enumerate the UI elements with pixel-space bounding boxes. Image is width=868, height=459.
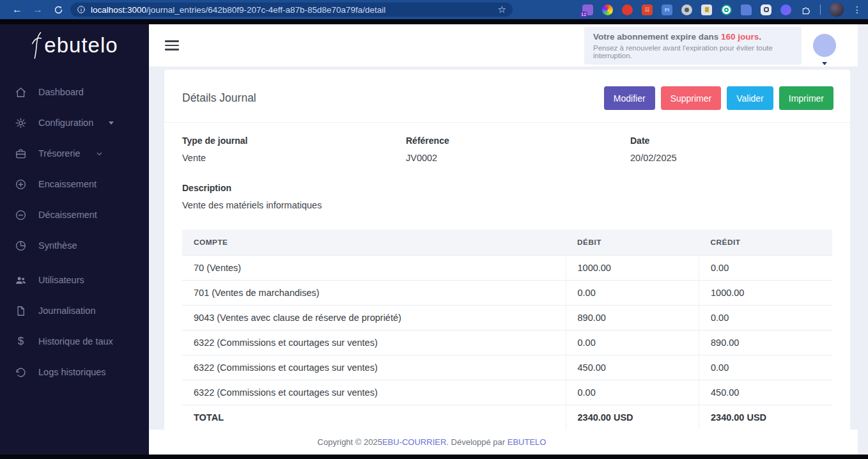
table-row: 9043 (Ventes avec clause de réserve de p… (182, 306, 832, 331)
sidebar-item-label: Encaissement (38, 179, 97, 189)
cell-compte: 6322 (Commissions et courtages sur vente… (182, 331, 566, 355)
cell-debit: 0.00 (566, 281, 699, 306)
briefcase-icon (15, 148, 27, 160)
field-value: Vente (182, 153, 406, 163)
ext-target-icon[interactable] (721, 4, 732, 15)
url-text[interactable]: localhost:3000/journal_entries/642b80f9-… (91, 5, 493, 15)
table-row: 70 (Ventes)1000.000.00 (182, 256, 832, 281)
field-label: Type de journal (182, 136, 406, 146)
sidebar-item-label: Trésorerie (38, 148, 81, 159)
total-debit: 2340.00 USD (566, 405, 699, 430)
sidebar-item-decaissement[interactable]: Décaissement (0, 199, 149, 230)
sidebar-item-historique-de-taux[interactable]: $Historique de taux (0, 326, 149, 357)
menu-toggle-icon[interactable] (165, 40, 179, 51)
column-header-credit: CRÉDIT (699, 230, 833, 256)
footer: Copyright © 2025 EBU-COURRIER . Développ… (149, 430, 868, 455)
ext-colorwheel-icon[interactable] (602, 4, 613, 15)
browser-refresh-icon[interactable] (50, 2, 66, 17)
cell-compte: 6322 (Commissions et courtages sur vente… (182, 380, 566, 405)
field-label: Date (630, 136, 832, 146)
field-date: Date 20/02/2025 (630, 136, 832, 163)
users-icon (15, 274, 27, 286)
sidebar-item-dashboard[interactable]: Dashboard (0, 77, 149, 107)
screen-bottom-edge (0, 455, 868, 459)
address-bar[interactable]: localhost:3000/journal_entries/642b80f9-… (70, 3, 513, 17)
ext-camera-icon[interactable] (681, 4, 692, 15)
total-credit: 2340.00 USD (699, 405, 833, 430)
sidebar-item-label: Utilisateurs (38, 275, 84, 285)
cell-debit: 0.00 (566, 331, 699, 355)
sidebar: ebutelo DashboardConfigurationTrésorerie… (0, 24, 149, 455)
table-row: 6322 (Commissions et courtages sur vente… (182, 331, 832, 355)
window-divider (0, 19, 868, 24)
sidebar-item-encaissement[interactable]: Encaissement (0, 169, 149, 199)
browser-back-icon[interactable]: ← (9, 2, 26, 17)
browser-forward-icon[interactable]: → (29, 2, 46, 17)
print-button[interactable]: Imprimer (779, 86, 833, 110)
sidebar-item-journalisation[interactable]: Journalisation (0, 295, 149, 326)
pie-chart-icon (15, 240, 27, 252)
footer-link-ebutelo[interactable]: EBUTELO (508, 437, 546, 447)
user-avatar[interactable] (813, 34, 836, 57)
cell-compte: 9043 (Ventes avec clause de réserve de p… (182, 306, 566, 331)
field-description: Description Vente des matériels informat… (164, 163, 850, 210)
profile-avatar-icon[interactable] (830, 3, 844, 17)
total-label: TOTAL (182, 405, 566, 430)
validate-button[interactable]: Valider (727, 86, 773, 110)
sidebar-item-configuration[interactable]: Configuration (0, 107, 149, 138)
scrollbar-gutter[interactable] (858, 24, 868, 455)
action-buttons: Modifier Supprimer Valider Imprimer (604, 86, 833, 110)
toolbar-separator (820, 4, 821, 15)
extensions-puzzle-icon[interactable] (800, 4, 811, 15)
entries-table: COMPTE DÉBIT CRÉDIT 70 (Ventes)1000.000.… (182, 230, 832, 430)
table-header-row: COMPTE DÉBIT CRÉDIT (182, 230, 832, 256)
logo-container[interactable]: ebutelo (0, 24, 149, 66)
field-value: JV0002 (406, 153, 630, 163)
modify-button[interactable]: Modifier (604, 86, 655, 110)
sidebar-item-label: Dashboard (38, 87, 84, 97)
footer-link-ebu-courrier[interactable]: EBU-COURRIER (382, 437, 446, 447)
cell-credit: 0.00 (699, 306, 833, 331)
page-title: Détails Journal (182, 91, 256, 105)
sidebar-item-label: Décaissement (38, 210, 97, 220)
content-area: Détails Journal Modifier Supprimer Valid… (149, 66, 868, 430)
cell-debit: 1000.00 (566, 256, 699, 281)
subscription-notice-title: Votre abonnement expire dans 160 jours. (593, 32, 793, 42)
ext-red-circle-icon[interactable] (622, 4, 633, 15)
delete-button[interactable]: Supprimer (661, 86, 722, 110)
ext-calendar-icon[interactable]: 12 (582, 4, 593, 15)
cell-debit: 0.00 (566, 380, 699, 405)
history-icon (15, 366, 27, 378)
user-menu[interactable] (813, 34, 836, 57)
ext-fi-icon[interactable]: FI (662, 4, 672, 15)
sidebar-item-label: Journalisation (38, 306, 95, 316)
cell-debit: 890.00 (566, 306, 699, 331)
sidebar-item-logs-historiques[interactable]: Logs historiques (0, 357, 149, 387)
ext-frame-icon[interactable] (761, 4, 771, 15)
dollar-icon: $ (15, 336, 27, 348)
logo-swirl-icon (31, 31, 43, 59)
ext-red-grid-icon[interactable]: ☷ (642, 4, 653, 15)
subscription-notice: Votre abonnement expire dans 160 jours. … (584, 27, 802, 65)
ext-folder-icon[interactable] (741, 4, 752, 15)
cell-compte: 70 (Ventes) (182, 256, 566, 281)
site-info-icon[interactable] (77, 5, 86, 14)
ext-chat-icon[interactable] (780, 4, 791, 15)
cell-credit: 0.00 (699, 256, 833, 281)
cell-compte: 6322 (Commissions et courtages sur vente… (182, 355, 566, 380)
extensions-row: 12 ☷ FI ⋮ (527, 3, 862, 17)
minus-circle-icon (15, 209, 27, 221)
ext-notes-icon[interactable] (701, 4, 712, 15)
app-frame: ebutelo DashboardConfigurationTrésorerie… (0, 24, 868, 455)
table-body: 70 (Ventes)1000.000.00701 (Ventes de mar… (182, 256, 832, 405)
sidebar-item-utilisateurs[interactable]: Utilisateurs (0, 265, 149, 295)
ext-fi-label: FI (665, 7, 669, 13)
bookmark-star-icon[interactable]: ☆ (498, 4, 506, 15)
column-header-debit: DÉBIT (566, 230, 699, 256)
days-remaining: 160 jours (721, 32, 759, 42)
sidebar-item-synthese[interactable]: Synthèse (0, 230, 149, 261)
app-logo: ebutelo (31, 31, 118, 59)
browser-menu-icon[interactable]: ⋮ (853, 8, 862, 12)
sidebar-item-tresorerie[interactable]: Trésorerie (0, 138, 149, 169)
footer-middle-text: . Développé par (446, 437, 507, 447)
